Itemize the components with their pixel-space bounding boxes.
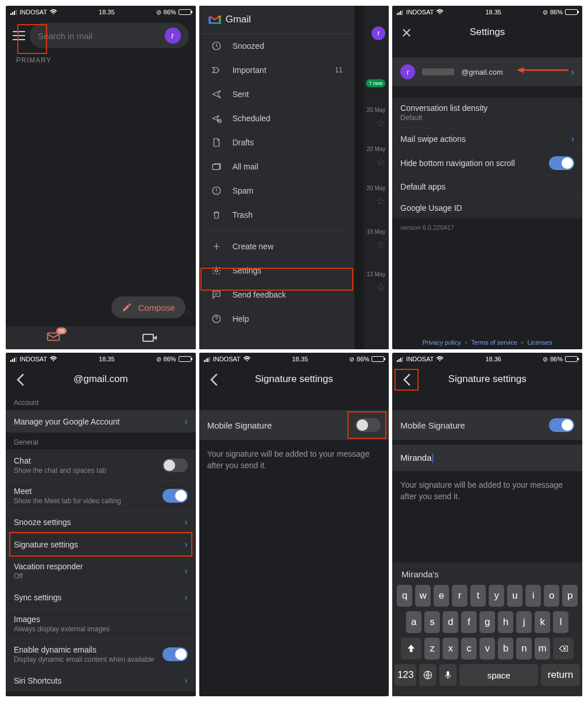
drawer-item-snoozed[interactable]: Snoozed bbox=[199, 34, 354, 58]
key-m[interactable]: m bbox=[535, 638, 550, 659]
key-j[interactable]: j bbox=[516, 611, 532, 633]
drawer-item-spam[interactable]: Spam bbox=[199, 179, 354, 203]
status-time: 18.35 bbox=[485, 9, 501, 16]
key-e[interactable]: e bbox=[434, 585, 449, 607]
key-h[interactable]: h bbox=[498, 611, 513, 633]
key-x[interactable]: x bbox=[443, 638, 458, 659]
key-u[interactable]: u bbox=[507, 585, 523, 607]
key-k[interactable]: k bbox=[535, 611, 550, 633]
setting-dynamic[interactable]: Enable dynamic emailsDisplay dynamic ema… bbox=[6, 639, 196, 669]
battery-icon bbox=[372, 356, 384, 362]
drawer-item-important[interactable]: Important 11 bbox=[199, 58, 354, 82]
menu-button[interactable] bbox=[13, 31, 25, 40]
key-r[interactable]: r bbox=[452, 585, 467, 607]
key-c[interactable]: c bbox=[461, 638, 477, 659]
toggle-mobile-signature[interactable] bbox=[549, 418, 574, 432]
setting-swipe[interactable]: Mail swipe actions › bbox=[392, 128, 582, 150]
setting-siri[interactable]: Siri Shortcuts › bbox=[6, 669, 196, 692]
key-o[interactable]: o bbox=[544, 585, 559, 607]
key-space[interactable]: space bbox=[459, 664, 538, 686]
key-n[interactable]: n bbox=[516, 638, 532, 659]
key-i[interactable]: i bbox=[525, 585, 541, 607]
key-y[interactable]: y bbox=[489, 585, 504, 607]
privacy-link[interactable]: Privacy policy bbox=[422, 339, 461, 346]
drawer-item-help[interactable]: Help bbox=[199, 307, 354, 331]
setting-chat[interactable]: ChatShow the chat and spaces tab bbox=[6, 450, 196, 480]
setting-usageid[interactable]: Google Usage ID bbox=[392, 197, 582, 218]
setting-sublabel: Always display external images bbox=[14, 625, 110, 633]
setting-label: Manage your Google Account bbox=[14, 417, 119, 426]
keyboard-row: asdfghjkl bbox=[394, 611, 580, 633]
toggle-dynamic[interactable] bbox=[163, 647, 188, 661]
drawer-item-scheduled[interactable]: Scheduled bbox=[199, 106, 354, 130]
key-t[interactable]: t bbox=[470, 585, 486, 607]
battery-pct: 86% bbox=[164, 356, 176, 362]
toggle-meet[interactable] bbox=[163, 489, 188, 503]
key-l[interactable]: l bbox=[553, 611, 568, 633]
key-123[interactable]: 123 bbox=[394, 664, 416, 686]
key-w[interactable]: w bbox=[415, 585, 431, 607]
keyboard-suggestion[interactable]: Miranda's bbox=[401, 569, 439, 579]
key-g[interactable]: g bbox=[479, 611, 495, 633]
setting-snooze[interactable]: Snooze settings › bbox=[6, 511, 196, 533]
drawer-item-label: Snoozed bbox=[233, 41, 264, 51]
licenses-link[interactable]: Licenses bbox=[527, 339, 552, 346]
setting-meet[interactable]: MeetShow the Meet tab for video calling bbox=[6, 480, 196, 511]
compose-button[interactable]: Compose bbox=[111, 296, 185, 318]
star-icon: ☆ bbox=[376, 195, 385, 207]
key-p[interactable]: p bbox=[562, 585, 578, 607]
drawer-item-sent[interactable]: Sent bbox=[199, 82, 354, 106]
key-return[interactable]: return bbox=[541, 664, 580, 686]
terms-link[interactable]: Terms of service bbox=[471, 339, 517, 346]
drawer-item-drafts[interactable]: Drafts bbox=[199, 130, 354, 155]
chevron-right-icon: › bbox=[184, 676, 187, 686]
back-button[interactable] bbox=[400, 373, 413, 386]
setting-defaultapps[interactable]: Default apps bbox=[392, 176, 582, 197]
key-mic[interactable] bbox=[439, 664, 457, 686]
video-tab[interactable] bbox=[142, 334, 154, 342]
drawer-item-allmail[interactable]: All mail bbox=[199, 155, 354, 179]
account-row[interactable]: r @gmail.com › bbox=[392, 57, 582, 86]
setting-images[interactable]: ImagesAlways display external images bbox=[6, 608, 196, 639]
signature-input[interactable]: Miranda bbox=[392, 445, 582, 471]
setting-manage-account[interactable]: Manage your Google Account › bbox=[6, 410, 196, 433]
mobile-signature-row[interactable]: Mobile Signature bbox=[199, 410, 389, 440]
close-button[interactable] bbox=[400, 26, 413, 39]
back-button[interactable] bbox=[207, 373, 220, 386]
mobile-signature-row[interactable]: Mobile Signature bbox=[392, 410, 582, 440]
key-b[interactable]: b bbox=[498, 638, 513, 659]
mail-tab[interactable]: 86 bbox=[47, 332, 60, 344]
carrier-label: INDOSAT bbox=[213, 356, 241, 362]
key-q[interactable]: q bbox=[397, 585, 412, 607]
back-button[interactable] bbox=[14, 373, 26, 386]
key-v[interactable]: v bbox=[479, 638, 495, 659]
drawer-item-feedback[interactable]: Send feedback bbox=[199, 283, 354, 307]
key-z[interactable]: z bbox=[424, 638, 440, 659]
setting-density[interactable]: Conversation list densityDefault bbox=[392, 98, 582, 128]
signal-icon bbox=[10, 9, 17, 15]
orientation-lock-icon: ⊘ bbox=[543, 9, 548, 16]
setting-hidebottom[interactable]: Hide bottom navigation on scroll bbox=[392, 150, 582, 176]
screen-signature-off: INDOSAT 18.35 ⊘ 86% Signature settings M… bbox=[199, 353, 389, 696]
drawer-item-create[interactable]: Create new bbox=[199, 234, 354, 259]
status-time: 18.35 bbox=[99, 9, 115, 16]
toggle-hidebottom[interactable] bbox=[549, 156, 574, 170]
drawer-item-trash[interactable]: Trash bbox=[199, 203, 354, 227]
toggle-chat[interactable] bbox=[163, 458, 188, 472]
key-globe[interactable] bbox=[419, 664, 436, 686]
search-input[interactable] bbox=[38, 31, 165, 41]
avatar[interactable]: r bbox=[165, 28, 181, 44]
drawer-item-label: Spam bbox=[233, 186, 254, 195]
key-backspace[interactable] bbox=[553, 638, 574, 659]
setting-sync[interactable]: Sync settings › bbox=[6, 586, 196, 608]
key-a[interactable]: a bbox=[406, 611, 421, 633]
search-input-wrap[interactable]: r bbox=[30, 23, 189, 48]
toggle-mobile-signature[interactable] bbox=[355, 418, 381, 432]
key-shift[interactable] bbox=[401, 638, 421, 659]
key-f[interactable]: f bbox=[461, 611, 477, 633]
setting-signature[interactable]: Signature settings › bbox=[6, 533, 196, 556]
key-s[interactable]: s bbox=[424, 611, 440, 633]
drawer-item-settings[interactable]: Settings bbox=[199, 259, 354, 283]
setting-vacation[interactable]: Vacation responderOff › bbox=[6, 556, 196, 586]
key-d[interactable]: d bbox=[443, 611, 458, 633]
